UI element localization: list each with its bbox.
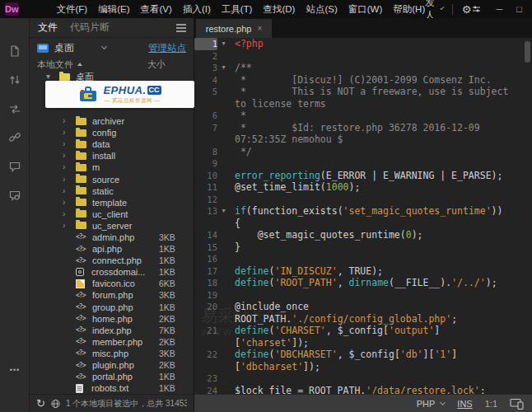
expander-icon[interactable]: › — [63, 199, 76, 207]
tree-item[interactable]: <?>group.php1KB — [30, 301, 194, 312]
expander-icon[interactable]: › — [63, 210, 76, 218]
code-row[interactable]: 1▼<?php — [194, 38, 532, 50]
expander-open-icon[interactable]: ▾ — [46, 73, 59, 81]
tree-item[interactable]: <?>admin.php3KB — [30, 232, 194, 243]
tree-item[interactable]: ›static — [30, 185, 194, 197]
preferences-button[interactable]: ⚙ — [462, 4, 481, 15]
tree-item[interactable]: <?>plugin.php2KB — [30, 359, 194, 371]
code-row[interactable]: 17define('IN_DISCUZ', TRUE); — [194, 265, 532, 278]
more-options-icon[interactable]: ••• — [0, 366, 30, 374]
live-preview-icon[interactable] — [510, 398, 524, 410]
code-row[interactable]: 9 — [194, 157, 532, 170]
menu-item[interactable]: 帮助(H) — [393, 3, 425, 16]
code-row[interactable]: 13▼if(function_exists('set_magic_quotes_… — [194, 205, 532, 218]
menu-item[interactable]: 编辑(E) — [98, 3, 129, 16]
code-row[interactable]: 21define('CHARSET', $_config['output'] — [194, 325, 532, 337]
code-row[interactable]: 22define('DBCHARSET', $_config['db']['1'… — [194, 349, 532, 361]
insert-mode-indicator[interactable]: INS — [457, 399, 472, 409]
code-row[interactable]: 24$lock_file = ROOT_PATH.'/data/restore.… — [194, 385, 532, 395]
menu-item[interactable]: 窗口(W) — [348, 3, 383, 16]
tree-item[interactable]: ›source — [30, 173, 194, 185]
column-size[interactable]: 大小 — [147, 59, 166, 71]
expander-icon[interactable]: › — [63, 129, 76, 137]
comment-settings-icon[interactable] — [8, 189, 21, 202]
code-row[interactable]: 2 — [194, 50, 532, 63]
menu-item[interactable]: 工具(T) — [222, 3, 253, 16]
fold-arrow-icon[interactable]: ▼ — [217, 38, 230, 50]
tree-item[interactable]: ›template — [30, 197, 194, 208]
new-document-icon[interactable] — [8, 44, 21, 58]
tree-item[interactable]: <?>portal.php1KB — [30, 371, 194, 382]
minimize-button[interactable]: ─ — [496, 4, 502, 15]
code-row[interactable]: 20@include_once — [194, 301, 532, 313]
code-row[interactable]: 11@set_time_limit(1000); — [194, 181, 532, 194]
site-selector[interactable]: 桌面 — [54, 41, 74, 55]
comments-icon[interactable] — [8, 160, 21, 173]
editor-scrollbar[interactable] — [525, 41, 530, 63]
expander-icon[interactable]: › — [63, 187, 76, 195]
maximize-button[interactable]: □ — [516, 4, 522, 15]
code-row[interactable]: 14 @set_magic_quotes_runtime(0); — [194, 229, 532, 241]
code-row[interactable]: 12 — [194, 194, 532, 206]
expander-icon[interactable]: › — [63, 222, 76, 230]
code-row[interactable]: 6 * — [194, 110, 532, 122]
code-row[interactable]: 18define('ROOT_PATH', dirname(__FILE__).… — [194, 277, 532, 289]
chevron-down-icon[interactable] — [101, 44, 107, 49]
column-local-files[interactable]: 本地文件 — [37, 59, 73, 71]
code-row[interactable]: 10error_reporting(E_ERROR | E_WARNING | … — [194, 170, 532, 182]
link-checker-icon[interactable] — [8, 131, 21, 144]
sync-icon[interactable] — [8, 102, 21, 115]
tree-item[interactable]: ›uc_server — [30, 220, 194, 232]
expander-icon[interactable]: › — [63, 176, 76, 184]
doc-type-selector[interactable]: PHP — [417, 399, 446, 409]
tree-item[interactable]: favicon.ico6KB — [30, 278, 194, 289]
refresh-icon[interactable]: ↻ — [36, 398, 45, 409]
code-row[interactable]: ROOT_PATH.'./config/config_global.php'; — [194, 313, 532, 325]
code-row[interactable]: 19 — [194, 289, 532, 302]
menu-item[interactable]: 插入(I) — [183, 3, 211, 16]
file-transfer-icon[interactable] — [8, 73, 21, 87]
tab-snippets[interactable]: 代码片断 — [70, 21, 110, 35]
tree-item[interactable]: <?>home.php2KB — [30, 313, 194, 325]
tree-item[interactable]: <?>connect.php1KB — [30, 255, 194, 266]
expander-icon[interactable]: › — [63, 152, 76, 160]
tree-item[interactable]: <?>index.php7KB — [30, 325, 194, 336]
fold-arrow-icon[interactable]: ▼ — [217, 62, 230, 74]
code-row[interactable]: 15} — [194, 241, 532, 254]
code-row[interactable]: { — [194, 218, 532, 230]
tree-item[interactable]: <?>member.php2KB — [30, 336, 194, 348]
code-row[interactable]: 23 — [194, 372, 532, 385]
tree-item[interactable]: ›install — [30, 150, 194, 162]
menu-item[interactable]: 文件(F) — [57, 3, 88, 16]
code-row[interactable]: ['dbcharset']); — [194, 361, 532, 373]
tree-item[interactable]: ›config — [30, 127, 194, 138]
code-view[interactable]: 1▼<?php23▼/**4 * [Discuz!] (C)2001-2099 … — [194, 38, 532, 394]
code-row[interactable]: 8 */ — [194, 146, 532, 158]
expander-icon[interactable]: › — [63, 117, 76, 125]
expander-icon[interactable]: › — [63, 140, 76, 148]
code-row[interactable]: 07:52:35Z nemohou $ — [194, 133, 532, 146]
expander-icon[interactable]: › — [63, 163, 76, 171]
code-row[interactable]: 4 * [Discuz!] (C)2001-2099 Comsenz Inc. — [194, 74, 532, 87]
document-tab-restore-php[interactable]: restore.php × — [196, 19, 272, 38]
tree-item[interactable]: <?>api.php1KB — [30, 243, 194, 255]
menu-item[interactable]: 查看(V) — [141, 3, 172, 16]
tree-item[interactable]: robots.txt1KB — [30, 382, 194, 394]
menu-item[interactable]: 站点(S) — [306, 3, 337, 16]
tree-item[interactable]: crossdomai...1KB — [30, 266, 194, 278]
menu-item[interactable]: 查找(D) — [263, 3, 295, 16]
tree-item[interactable]: <?>forum.php3KB — [30, 289, 194, 301]
code-row[interactable]: ['charset']); — [194, 337, 532, 349]
tab-files[interactable]: 文件 — [38, 21, 58, 35]
code-row[interactable]: 7 * $Id: restore.php 36278 2016-12-09 — [194, 122, 532, 134]
manage-sites-link[interactable]: 管理站点 — [148, 42, 186, 54]
close-tab-icon[interactable]: × — [257, 24, 262, 33]
code-row[interactable]: to license terms — [194, 98, 532, 110]
tree-item[interactable]: ›m — [30, 162, 194, 173]
code-row[interactable]: 5 * This is NOT a freeware, use is subje… — [194, 86, 532, 98]
code-row[interactable]: 16 — [194, 253, 532, 265]
tree-item[interactable]: <?>misc.php3KB — [30, 348, 194, 359]
tree-item[interactable]: ›archiver — [30, 115, 194, 127]
globe-icon[interactable] — [51, 399, 60, 409]
fold-arrow-icon[interactable]: ▼ — [217, 205, 230, 218]
